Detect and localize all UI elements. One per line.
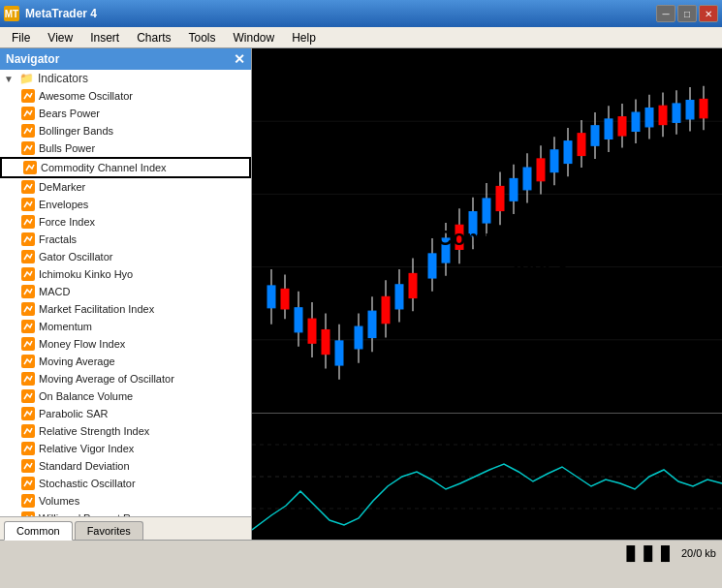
svg-rect-38 [496, 186, 504, 210]
svg-rect-46 [550, 150, 558, 172]
maximize-button[interactable]: □ [677, 5, 697, 22]
nav-item-rsi[interactable]: Relative Strength Index [0, 422, 251, 440]
indicators-section-header[interactable]: ▼ 📁 Indicators [0, 70, 251, 87]
nav-item-gator-oscillator[interactable]: Gator Oscillator [0, 248, 251, 265]
nav-item-demarker[interactable]: DeMarker [0, 178, 251, 196]
double-click-label: Double Click [310, 77, 404, 95]
svg-rect-40 [510, 178, 518, 201]
nav-item-label: Relative Strength Index [39, 425, 149, 437]
nav-item-label: Force Index [39, 216, 95, 228]
nav-item-volumes[interactable]: Volumes [0, 492, 251, 510]
nav-item-envelopes[interactable]: Envelopes [0, 196, 251, 213]
svg-rect-64 [673, 104, 680, 122]
nav-item-bears-power[interactable]: Bears Power [0, 105, 251, 122]
chart-indicator[interactable] [252, 414, 722, 540]
menu-file[interactable]: File [4, 29, 38, 46]
nav-item-bollinger-bands[interactable]: Bollinger Bands [0, 122, 251, 139]
menu-window[interactable]: Window [226, 29, 283, 46]
nav-item-label: Market Facilitation Index [39, 303, 154, 315]
chart-area[interactable]: Double Click Commodity ChannelIndex [252, 48, 722, 540]
status-right: ▐▌▐▌▐▌ 20/0 kb [621, 545, 716, 561]
nav-item-cci[interactable]: Commodity Channel Index [0, 157, 251, 178]
nav-item-label: Moving Average of Oscillator [39, 373, 174, 385]
nav-item-market-facilitation[interactable]: Market Facilitation Index [0, 300, 251, 318]
indicator-icon [21, 389, 35, 403]
indicator-icon [21, 494, 35, 508]
menu-tools[interactable]: Tools [181, 29, 224, 46]
navigator-header: Navigator ✕ [0, 48, 251, 70]
nav-item-moving-average-oscillator[interactable]: Moving Average of Oscillator [0, 370, 251, 387]
navigator-close-button[interactable]: ✕ [234, 51, 245, 67]
menu-insert[interactable]: Insert [82, 29, 127, 46]
nav-item-bulls-power[interactable]: Bulls Power [0, 139, 251, 157]
svg-rect-66 [686, 101, 694, 119]
cci-chart [252, 414, 722, 540]
nav-item-stochastic[interactable]: Stochastic Oscillator [0, 475, 251, 492]
indicator-icon [21, 337, 35, 351]
title-bar-title: MetaTrader 4 [25, 7, 97, 20]
nav-item-label: Relative Vigor Index [39, 443, 134, 454]
chart-info: 20/0 kb [681, 547, 716, 559]
nav-item-money-flow[interactable]: Money Flow Index [0, 335, 251, 353]
app-icon: MT [4, 6, 19, 21]
indicator-icon [21, 107, 35, 120]
nav-item-label: Commodity Channel Index [41, 162, 167, 173]
tab-common[interactable]: Common [4, 521, 73, 541]
nav-item-macd[interactable]: MACD [0, 283, 251, 300]
indicator-icon [23, 161, 37, 174]
svg-rect-28 [428, 254, 436, 278]
indicator-icon [21, 232, 35, 246]
menu-view[interactable]: View [40, 29, 80, 46]
indicator-icon [21, 372, 35, 386]
indicator-icon [21, 250, 35, 263]
nav-item-label: Volumes [39, 495, 79, 507]
nav-item-label: Fractals [39, 233, 77, 245]
nav-item-momentum[interactable]: Momentum [0, 318, 251, 335]
navigator-title: Navigator [6, 52, 59, 66]
title-bar-left: MT MetaTrader 4 [4, 6, 97, 21]
navigator-panel: Navigator ✕ ▼ 📁 Indicators Awesome Oscil… [0, 48, 252, 540]
svg-rect-8 [281, 289, 289, 309]
nav-item-on-balance-volume[interactable]: On Balance Volume [0, 387, 251, 405]
nav-item-moving-average[interactable]: Moving Average [0, 353, 251, 370]
svg-rect-52 [591, 126, 599, 146]
svg-rect-12 [308, 319, 316, 343]
indicator-icon [21, 424, 35, 438]
nav-item-label: On Balance Volume [39, 390, 133, 402]
menu-charts[interactable]: Charts [129, 29, 178, 46]
svg-rect-50 [578, 134, 585, 156]
nav-item-label: Awesome Oscillator [39, 90, 133, 102]
nav-item-standard-deviation[interactable]: Standard Deviation [0, 457, 251, 475]
indicator-icon [21, 302, 35, 316]
indicator-icon [21, 180, 35, 194]
nav-item-label: Money Flow Index [39, 338, 125, 350]
nav-item-force-index[interactable]: Force Index [0, 213, 251, 231]
indicator-icon [21, 267, 35, 281]
indicators-label: Indicators [38, 72, 88, 85]
nav-item-fractals[interactable]: Fractals [0, 231, 251, 248]
svg-rect-42 [523, 168, 531, 190]
menu-help[interactable]: Help [284, 29, 324, 46]
chart-main[interactable]: Double Click Commodity ChannelIndex [252, 48, 722, 414]
svg-rect-22 [382, 296, 390, 323]
nav-item-williams-percent-range[interactable]: Williams' Percent Range [0, 510, 251, 516]
nav-item-awesome-oscillator[interactable]: Awesome Oscillator [0, 87, 251, 105]
nav-item-rvgi[interactable]: Relative Vigor Index [0, 440, 251, 457]
tab-favorites[interactable]: Favorites [75, 521, 143, 540]
nav-item-label: Envelopes [39, 199, 88, 210]
close-button[interactable]: ✕ [699, 5, 718, 22]
nav-item-label: Ichimoku Kinko Hyo [39, 268, 133, 280]
folder-icon: 📁 [19, 72, 34, 85]
nav-item-parabolic-sar[interactable]: Parabolic SAR [0, 405, 251, 422]
svg-rect-10 [295, 308, 302, 332]
indicator-icon [21, 198, 35, 211]
indicator-icon [21, 89, 35, 103]
menu-bar: File View Insert Charts Tools Window Hel… [0, 27, 722, 48]
nav-item-label: Momentum [39, 321, 92, 332]
navigator-content[interactable]: ▼ 📁 Indicators Awesome Oscillator Bears … [0, 70, 251, 516]
nav-item-label: Bulls Power [39, 142, 95, 154]
title-bar: MT MetaTrader 4 ─ □ ✕ [0, 0, 722, 27]
minimize-button[interactable]: ─ [656, 5, 675, 22]
svg-rect-48 [564, 141, 572, 164]
nav-item-ichimoku[interactable]: Ichimoku Kinko Hyo [0, 265, 251, 283]
